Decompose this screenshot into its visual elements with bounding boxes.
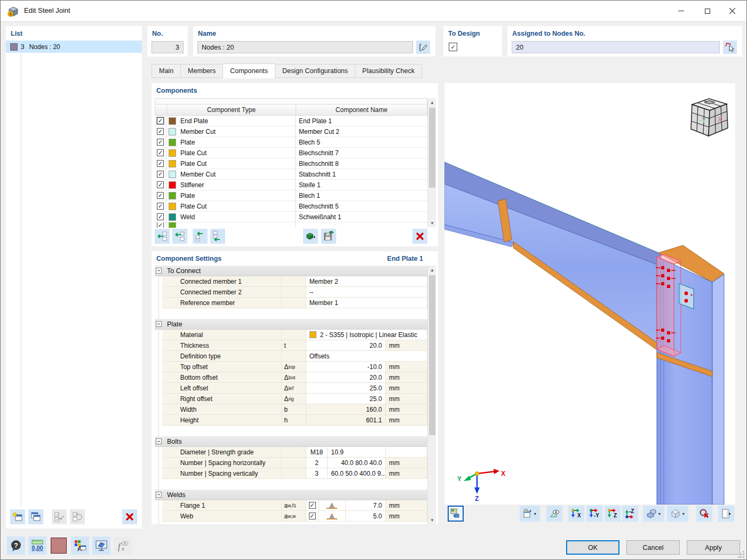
collapse-icon[interactable] [156,268,162,274]
tab-main[interactable]: Main [152,64,181,78]
component-row[interactable]: ✓ [155,222,427,228]
component-checkbox[interactable]: ✓ [157,117,164,124]
setting-value-2[interactable]: 40.0 80.0 40.0 [328,458,385,468]
apply-button[interactable]: Apply [687,540,740,555]
help-button[interactable]: ? [7,537,25,555]
view-x-button[interactable]: X [568,506,584,522]
close-button[interactable] [720,1,744,21]
component-row[interactable]: ✓Plate CutBlechschnitt 8 [155,158,427,169]
component-row[interactable]: ✓PlateBlech 1 [155,190,427,201]
tab-plausibility-check[interactable]: Plausibility Check [355,64,422,78]
visibility-options-button[interactable]: ▼ [520,506,540,522]
panel-toggle-button[interactable] [718,506,734,522]
tab-members[interactable]: Members [181,64,223,78]
name-field[interactable]: Nodes : 20 [197,41,413,53]
settings-scrollbar[interactable]: ▲ ▼ [427,266,436,524]
maximize-button[interactable] [695,1,720,21]
collapse-icon[interactable] [156,492,162,498]
show-dimensions-button[interactable] [546,506,562,522]
setting-value[interactable]: 20.0 [306,340,386,351]
collapse-icon[interactable] [156,438,162,444]
component-row[interactable]: ✓Plate CutBlechschnitt 5 [155,201,427,212]
components-scrollbar[interactable]: ▲ ▼ [427,98,436,227]
cancel-button[interactable]: Cancel [626,540,680,555]
setting-value[interactable]: 25.0 [306,394,386,404]
weld-checkbox[interactable]: ✓ [309,502,316,509]
setting-value[interactable]: 5.0 [346,511,386,522]
view-z-button[interactable]: Z [605,506,621,522]
display-properties-button[interactable]: A [71,537,89,555]
setting-value-2[interactable]: 60.0 50.0 400.0 9... [328,468,385,479]
component-row[interactable]: ✓End PlateEnd Plate 1 [155,116,427,126]
delete-component-button[interactable] [412,229,427,244]
cube-face-x[interactable]: X [718,116,722,123]
component-checkbox[interactable]: ✓ [157,203,164,210]
component-row[interactable]: ✓WeldSchweißnaht 1 [155,212,427,222]
model-view-button[interactable]: ▼ [667,506,688,522]
import-component-button[interactable] [303,229,318,244]
component-row[interactable]: ✓Member CutMember Cut 2 [155,126,427,137]
component-checkbox[interactable]: ✓ [157,222,164,228]
copy-joint-button[interactable] [28,509,43,524]
component-checkbox[interactable]: ✓ [157,128,164,135]
component-row[interactable]: ✓StiffenerSteife 1 [155,180,427,190]
navigation-cube[interactable]: -Y X [691,99,728,136]
to-design-checkbox[interactable]: ✓ [449,43,457,51]
component-row[interactable]: ✓Member CutStabschnitt 1 [155,169,427,180]
check-all-button[interactable] [52,509,67,524]
setting-value-2[interactable]: 10.9 [328,447,385,458]
setting-value-material[interactable]: 2 - S355 | Isotropic | Linear Elastic [306,330,427,340]
setting-value[interactable]: 25.0 [306,383,386,394]
settings-group-bolts[interactable]: Bolts [155,436,427,447]
ok-button[interactable]: OK [566,540,619,555]
select-nodes-button[interactable] [723,41,737,54]
formula-button[interactable]: fx [114,537,132,555]
collapse-icon[interactable] [156,321,162,327]
view-minus-y-button[interactable]: -Y [586,506,602,522]
resize-grip[interactable] [738,551,745,558]
component-checkbox[interactable]: ✓ [157,192,164,199]
list-item-selected[interactable]: 3 Nodes : 20 [6,41,142,53]
component-checkbox[interactable]: ✓ [157,139,164,146]
setting-value[interactable]: Member 2 [306,276,427,287]
new-joint-button[interactable] [10,509,25,524]
rendering-button[interactable] [92,537,110,555]
move-bottom-button[interactable] [210,229,225,244]
cube-face-minus-y[interactable]: -Y [700,117,706,124]
move-up-button[interactable] [172,229,187,244]
save-component-button[interactable] [321,229,336,244]
setting-value-1[interactable]: 3 [306,468,328,479]
color-swatch-button[interactable] [50,537,68,555]
move-top-button[interactable] [155,229,170,244]
component-checkbox[interactable]: ✓ [157,171,164,178]
tab-design-configurations[interactable]: Design Configurations [275,64,355,78]
component-row[interactable]: ✓PlateBlech 5 [155,137,427,148]
weld-checkbox[interactable]: ✓ [309,513,316,519]
delete-joint-button[interactable] [122,509,137,524]
setting-value[interactable]: Member 1 [306,298,427,308]
rename-button[interactable] [416,41,430,54]
component-row[interactable]: ✓Plate CutBlechschnitt 7 [155,148,427,158]
3d-viewport[interactable]: -Y X X Y Z [444,83,735,505]
setting-value[interactable]: 20.0 [306,372,386,383]
component-checkbox[interactable]: ✓ [157,213,164,220]
settings-group-welds[interactable]: Welds [155,490,427,500]
setting-value-1[interactable]: 2 [306,458,328,468]
display-style-button[interactable]: ▼ [643,506,664,522]
minimize-button[interactable] [669,1,693,21]
component-checkbox[interactable]: ✓ [157,181,164,188]
assigned-field[interactable]: 20 [512,41,720,53]
setting-value[interactable]: -10.0 [306,362,386,372]
setting-value[interactable]: 7.0 [346,500,386,511]
units-settings-button[interactable]: 0,00 [28,537,46,555]
zoom-reset-button[interactable] [696,506,712,522]
tab-components[interactable]: Components [223,63,275,78]
component-checkbox[interactable]: ✓ [157,149,164,156]
print-graphic-button[interactable] [448,506,464,522]
settings-group-plate[interactable]: Plate [155,319,427,330]
setting-value-1[interactable]: M18 [306,447,328,458]
move-down-button[interactable] [193,229,208,244]
component-checkbox[interactable]: ✓ [157,160,164,167]
view-minus-z-button[interactable]: -Z [622,506,638,522]
setting-value[interactable]: -- [306,287,427,298]
